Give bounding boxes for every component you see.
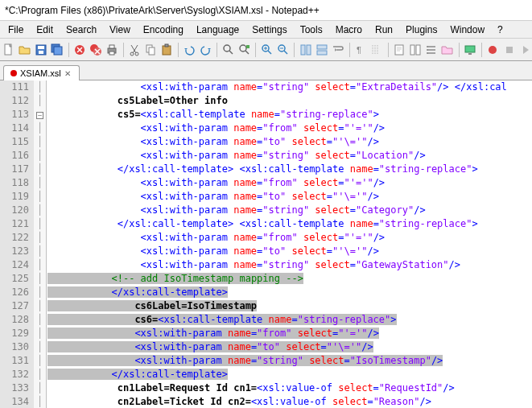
svg-rect-20 bbox=[246, 45, 250, 48]
menu-language[interactable]: Language bbox=[190, 23, 245, 37]
copy-icon[interactable] bbox=[144, 42, 158, 58]
redo-icon[interactable] bbox=[199, 42, 212, 58]
svg-point-33 bbox=[427, 52, 428, 54]
svg-point-18 bbox=[224, 45, 230, 52]
stop-macro-icon[interactable] bbox=[502, 42, 516, 58]
modified-dot-icon bbox=[10, 70, 17, 76]
svg-rect-10 bbox=[109, 45, 114, 48]
play-macro-icon[interactable] bbox=[518, 42, 532, 58]
menu-view[interactable]: View bbox=[103, 23, 137, 37]
function-list-icon[interactable] bbox=[425, 42, 439, 58]
menu-encoding[interactable]: Encoding bbox=[137, 23, 190, 37]
paste-icon[interactable] bbox=[160, 42, 174, 58]
svg-point-12 bbox=[130, 52, 134, 56]
menu-run[interactable]: Run bbox=[369, 23, 399, 37]
new-file-icon[interactable] bbox=[2, 42, 15, 58]
doc-list-icon[interactable] bbox=[409, 42, 423, 58]
svg-rect-17 bbox=[165, 44, 168, 47]
window-title: *C:\Program Files (x86)\PrivateArk\Serve… bbox=[5, 5, 320, 16]
zoom-out-icon[interactable] bbox=[276, 42, 290, 58]
separator bbox=[123, 43, 124, 57]
sync-v-icon[interactable] bbox=[299, 42, 312, 58]
doc-map-icon[interactable] bbox=[393, 42, 406, 58]
svg-point-19 bbox=[240, 45, 246, 52]
menu-?[interactable]: ? bbox=[491, 23, 509, 37]
record-macro-icon[interactable] bbox=[486, 42, 500, 58]
close-all-icon[interactable] bbox=[89, 42, 102, 58]
svg-rect-23 bbox=[301, 45, 305, 55]
title-bar: *C:\Program Files (x86)\PrivateArk\Serve… bbox=[0, 0, 532, 21]
svg-rect-24 bbox=[307, 45, 311, 55]
svg-rect-2 bbox=[38, 46, 44, 49]
separator bbox=[481, 43, 482, 57]
svg-rect-28 bbox=[395, 45, 403, 55]
svg-rect-3 bbox=[39, 51, 43, 54]
svg-point-36 bbox=[489, 46, 497, 54]
svg-rect-30 bbox=[416, 45, 420, 55]
svg-rect-11 bbox=[109, 52, 114, 55]
line-number-gutter: 1111121131141151161171181191201211221231… bbox=[0, 80, 34, 408]
print-icon[interactable] bbox=[105, 42, 119, 58]
separator bbox=[349, 43, 350, 57]
menu-search[interactable]: Search bbox=[60, 23, 103, 37]
svg-rect-35 bbox=[468, 53, 472, 55]
menu-settings[interactable]: Settings bbox=[245, 23, 293, 37]
code-content[interactable]: <xsl:with-param name="string" select="Ex… bbox=[47, 80, 532, 408]
toolbar: ¶ bbox=[0, 39, 532, 61]
cut-icon[interactable] bbox=[128, 42, 142, 58]
menu-plugins[interactable]: Plugins bbox=[399, 23, 443, 37]
menu-tools[interactable]: Tools bbox=[294, 23, 329, 37]
separator bbox=[68, 43, 69, 57]
menu-edit[interactable]: Edit bbox=[30, 23, 60, 37]
svg-rect-34 bbox=[465, 46, 475, 52]
sync-h-icon[interactable] bbox=[315, 42, 328, 58]
open-file-icon[interactable] bbox=[18, 42, 31, 58]
svg-rect-25 bbox=[317, 45, 327, 49]
svg-rect-16 bbox=[163, 46, 171, 55]
menu-bar: FileEditSearchViewEncodingLanguageSettin… bbox=[0, 21, 532, 39]
menu-macro[interactable]: Macro bbox=[329, 23, 369, 37]
tab-label: XSIAM.xsl bbox=[20, 68, 61, 78]
close-icon[interactable] bbox=[72, 42, 86, 58]
wrap-icon[interactable] bbox=[331, 42, 344, 58]
save-icon[interactable] bbox=[34, 42, 47, 58]
folder-icon[interactable] bbox=[441, 42, 455, 58]
separator bbox=[217, 43, 217, 57]
editor-area[interactable]: 1111121131141151161171181191201211221231… bbox=[0, 80, 532, 408]
indent-guide-icon[interactable] bbox=[370, 42, 384, 58]
tab-bar: XSIAM.xsl ✕ bbox=[0, 61, 532, 80]
fold-gutter[interactable]: ││−││││││││││││││││││││││ bbox=[34, 80, 47, 408]
svg-rect-5 bbox=[54, 47, 62, 55]
separator bbox=[459, 43, 460, 57]
tab-xsiam[interactable]: XSIAM.xsl ✕ bbox=[3, 65, 80, 80]
zoom-in-icon[interactable] bbox=[260, 42, 274, 58]
svg-rect-26 bbox=[317, 51, 327, 55]
svg-point-13 bbox=[135, 52, 138, 56]
tab-close-icon[interactable]: ✕ bbox=[64, 69, 72, 77]
menu-file[interactable]: File bbox=[2, 23, 30, 37]
svg-rect-29 bbox=[410, 45, 414, 55]
separator bbox=[294, 43, 295, 57]
monitor-icon[interactable] bbox=[464, 42, 477, 58]
separator bbox=[255, 43, 256, 57]
svg-point-31 bbox=[427, 46, 428, 47]
menu-window[interactable]: Window bbox=[443, 23, 491, 37]
svg-text:¶: ¶ bbox=[357, 45, 361, 55]
show-all-chars-icon[interactable]: ¶ bbox=[353, 42, 367, 58]
svg-point-32 bbox=[427, 49, 428, 51]
replace-icon[interactable] bbox=[237, 42, 251, 58]
find-icon[interactable] bbox=[221, 42, 235, 58]
svg-rect-15 bbox=[149, 47, 155, 55]
separator bbox=[178, 43, 179, 57]
undo-icon[interactable] bbox=[183, 42, 196, 58]
svg-rect-37 bbox=[506, 47, 513, 53]
save-all-icon[interactable] bbox=[50, 42, 64, 58]
separator bbox=[388, 43, 389, 57]
